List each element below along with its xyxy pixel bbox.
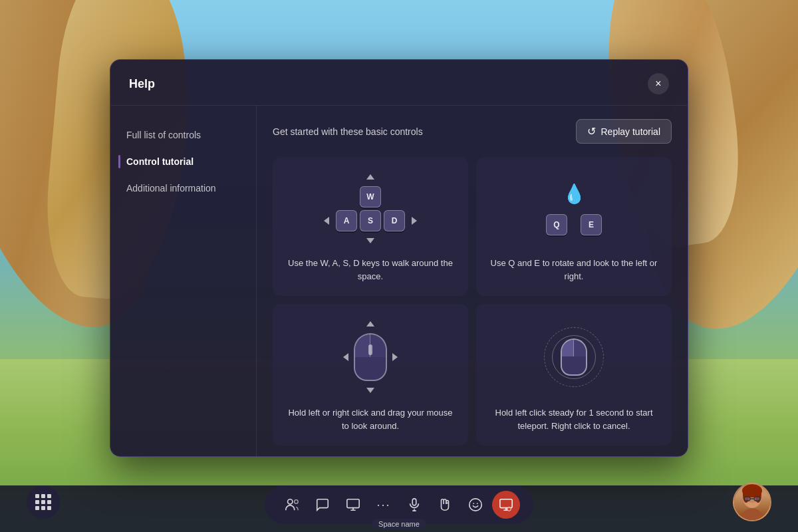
chat-button[interactable] xyxy=(309,491,336,519)
wasd-description: Use the W, A, S, D keys to walk around t… xyxy=(286,257,455,283)
apps-dot-4 xyxy=(35,500,39,504)
mouse-arrow-down xyxy=(366,384,374,397)
teleport-visual-inner xyxy=(552,335,596,379)
teleport-visual xyxy=(552,317,596,397)
teleport-mouse-left-btn xyxy=(562,340,574,356)
arrow-left-indicator xyxy=(320,210,333,231)
mouse-look-card: Hold left or right click and drag your m… xyxy=(273,304,468,446)
svg-rect-3 xyxy=(412,499,416,505)
avatar-face xyxy=(734,484,770,520)
more-button[interactable]: ··· xyxy=(370,491,398,519)
share-button[interactable] xyxy=(339,491,367,519)
chat-icon xyxy=(315,497,330,512)
wasd-card: W A S D xyxy=(273,157,468,296)
replay-icon: ↺ xyxy=(587,125,596,138)
key-d: D xyxy=(384,210,405,231)
wasd-top-row xyxy=(360,170,381,184)
key-q: Q xyxy=(546,214,567,235)
screen-share-button[interactable]: ! xyxy=(492,491,520,519)
sidebar-item-full-list[interactable]: Full list of controls xyxy=(110,122,256,148)
svg-point-6 xyxy=(477,503,478,504)
apps-dot-9 xyxy=(47,506,51,510)
dialog-sidebar: Full list of controls Control tutorial A… xyxy=(110,106,257,456)
arrow-right-indicator xyxy=(408,210,421,231)
wasd-asd-row: A S D xyxy=(320,210,421,231)
apps-button[interactable] xyxy=(27,485,60,519)
share-icon xyxy=(346,497,360,512)
apps-grid-icon xyxy=(35,494,51,510)
mouse-arrow-right xyxy=(392,353,398,361)
screen-share-icon: ! xyxy=(499,497,513,512)
drop-icon: 💧 xyxy=(563,183,586,205)
controls-grid: W A S D xyxy=(273,157,672,443)
svg-rect-15 xyxy=(744,497,750,501)
wasd-keys: W A S D xyxy=(320,170,421,247)
teleport-mouse-body xyxy=(561,338,587,376)
people-button[interactable] xyxy=(278,491,306,519)
svg-rect-16 xyxy=(754,497,760,501)
apps-dot-8 xyxy=(41,506,45,510)
apps-dot-1 xyxy=(35,494,39,498)
emoji-button[interactable] xyxy=(462,491,489,519)
teleport-mouse-right-btn xyxy=(574,340,586,356)
mouse-right-btn xyxy=(370,334,386,357)
mouse-body-wrapper xyxy=(354,333,387,381)
wasd-visual: W A S D xyxy=(320,170,421,247)
mouse-arrow-left xyxy=(343,353,348,361)
hand-icon xyxy=(438,497,452,512)
apps-dot-3 xyxy=(47,494,51,498)
wasd-w-row: W xyxy=(360,186,381,207)
arrow-up-indicator xyxy=(360,170,381,184)
qe-layout: 💧 Q E xyxy=(546,183,602,235)
qe-keys-row: Q E xyxy=(546,214,602,235)
svg-point-4 xyxy=(469,499,481,511)
people-icon xyxy=(285,497,299,512)
svg-point-5 xyxy=(473,503,474,504)
dialog-content: Get started with these basic controls ↺ … xyxy=(257,106,688,456)
key-s: S xyxy=(360,210,381,231)
sidebar-item-control-tutorial[interactable]: Control tutorial xyxy=(110,148,256,175)
close-button[interactable]: × xyxy=(648,73,669,94)
space-name-label: Space name xyxy=(372,519,426,529)
apps-dot-2 xyxy=(41,494,45,498)
sidebar-item-additional-info[interactable]: Additional information xyxy=(110,175,256,201)
help-dialog: Help × Full list of controls Control tut… xyxy=(110,59,688,457)
mouse-look-visual xyxy=(343,317,398,397)
mic-button[interactable] xyxy=(400,491,428,519)
mouse-arrows-h xyxy=(343,333,398,381)
key-a: A xyxy=(336,210,357,231)
key-w: W xyxy=(360,186,381,207)
svg-rect-7 xyxy=(500,499,512,508)
user-avatar[interactable] xyxy=(733,483,771,521)
wasd-bottom-row xyxy=(360,234,381,247)
mouse-look-description: Hold left or right click and drag your m… xyxy=(286,406,455,432)
mouse-with-arrows xyxy=(343,317,398,397)
dialog-header: Help × xyxy=(110,60,688,106)
qe-description: Use Q and E to rotate and look to the le… xyxy=(489,257,658,283)
key-e: E xyxy=(581,214,602,235)
replay-tutorial-button[interactable]: ↺ Replay tutorial xyxy=(576,119,672,144)
mouse-arrow-up xyxy=(366,317,374,331)
apps-dot-7 xyxy=(35,506,39,510)
arrow-down-indicator xyxy=(360,234,381,247)
qe-card: 💧 Q E Use Q and E to rotate and look to … xyxy=(476,157,672,296)
teleport-description: Hold left click steady for 1 second to s… xyxy=(489,406,658,432)
apps-dot-6 xyxy=(47,500,51,504)
avatar-svg xyxy=(734,483,770,521)
dialog-title: Help xyxy=(129,77,155,91)
content-subtitle: Get started with these basic controls xyxy=(273,126,423,137)
svg-rect-2 xyxy=(347,499,359,508)
content-top: Get started with these basic controls ↺ … xyxy=(273,119,672,144)
svg-point-1 xyxy=(295,500,299,504)
hand-button[interactable] xyxy=(431,491,459,519)
mic-icon xyxy=(407,497,422,512)
mouse-scroll-wheel xyxy=(368,344,372,355)
emoji-icon xyxy=(468,497,483,512)
teleport-card: Hold left click steady for 1 second to s… xyxy=(476,304,672,446)
svg-point-0 xyxy=(288,499,293,504)
qe-visual: 💧 Q E xyxy=(546,170,602,247)
mouse-body xyxy=(354,333,387,381)
dialog-body: Full list of controls Control tutorial A… xyxy=(110,106,688,456)
teleport-circle-container xyxy=(552,335,596,379)
svg-text:!: ! xyxy=(509,507,509,510)
